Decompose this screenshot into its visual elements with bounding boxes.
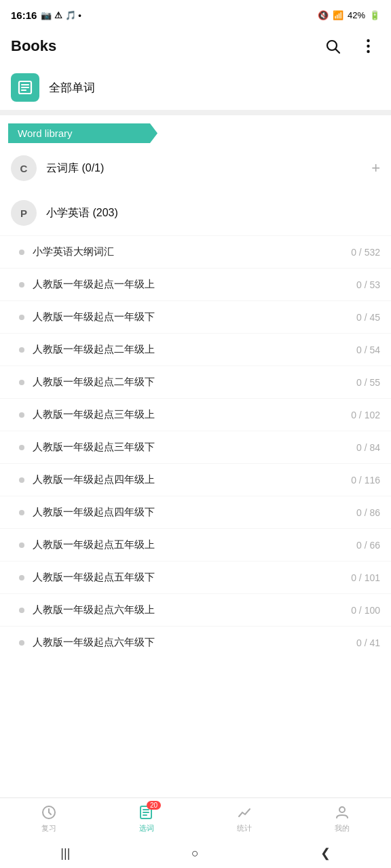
sub-item-label: 人教版一年级起点四年级上 <box>33 473 155 486</box>
cloud-row[interactable]: C 云词库 (0/1) + <box>0 146 391 191</box>
sub-item-dot <box>19 347 24 353</box>
sub-item-left: 人教版一年级起点四年级上 <box>19 473 155 486</box>
sub-item-left: 人教版一年级起点一年级上 <box>19 278 155 291</box>
sub-item-count: 0 / 55 <box>356 377 380 388</box>
all-words-icon <box>11 73 39 102</box>
sub-item[interactable]: 人教版一年级起点一年级上 0 / 53 <box>0 268 391 300</box>
svg-point-2 <box>367 39 369 42</box>
sub-item-count: 0 / 66 <box>356 540 380 551</box>
mute-icon: 🔇 <box>318 10 329 20</box>
sub-item[interactable]: 人教版一年级起点四年级上 0 / 116 <box>0 463 391 496</box>
sub-item-label: 人教版一年级起点二年级上 <box>33 343 155 356</box>
status-time: 16:16 📷 ⚠ 🎵 • <box>11 9 81 21</box>
nav-stats[interactable]: 统计 <box>236 804 253 833</box>
sub-item[interactable]: 人教版一年级起点三年级上 0 / 102 <box>0 398 391 431</box>
nav-mine[interactable]: 我的 <box>333 804 351 833</box>
sub-item-label: 人教版一年级起点五年级上 <box>33 538 155 551</box>
sub-item[interactable]: 人教版一年级起点二年级下 0 / 55 <box>0 366 391 398</box>
elementary-row[interactable]: P 小学英语 (203) <box>0 191 391 235</box>
sub-item-count: 0 / 84 <box>356 442 380 453</box>
back-button[interactable]: ❮ <box>320 846 331 861</box>
battery-icon: 🔋 <box>369 10 380 20</box>
sub-item-count: 0 / 41 <box>356 637 380 648</box>
sub-item-left: 小学英语大纲词汇 <box>19 245 114 258</box>
sub-item-count: 0 / 102 <box>351 410 380 420</box>
sub-item-dot <box>19 445 24 450</box>
sub-item[interactable]: 人教版一年级起点五年级上 0 / 66 <box>0 528 391 561</box>
cloud-icon: C <box>11 155 37 181</box>
sub-item-count: 0 / 532 <box>351 247 380 258</box>
stats-label: 统计 <box>237 823 252 833</box>
more-button[interactable] <box>356 34 380 58</box>
sub-item-label: 人教版一年级起点六年级下 <box>33 636 155 649</box>
sub-item-label: 人教版一年级起点三年级上 <box>33 408 155 421</box>
select-words-badge: 20 <box>147 801 161 810</box>
add-cloud-button[interactable]: + <box>371 159 380 177</box>
svg-line-1 <box>336 50 340 54</box>
sub-item-label: 人教版一年级起点三年级下 <box>33 441 155 454</box>
nav-review[interactable]: 复习 <box>40 804 58 833</box>
sub-item-count: 0 / 45 <box>356 312 380 323</box>
mine-label: 我的 <box>335 823 350 833</box>
stats-icon <box>236 804 253 821</box>
sub-item[interactable]: 人教版一年级起点一年级下 0 / 45 <box>0 300 391 333</box>
sub-item-label: 人教版一年级起点六年级上 <box>33 604 155 616</box>
sub-item-dot <box>19 608 24 613</box>
sub-item[interactable]: 人教版一年级起点五年级下 0 / 101 <box>0 561 391 593</box>
sub-item-count: 0 / 54 <box>356 344 380 355</box>
sub-item[interactable]: 人教版一年级起点六年级上 0 / 100 <box>0 593 391 626</box>
sub-item-label: 人教版一年级起点五年级下 <box>33 571 155 584</box>
sub-item-left: 人教版一年级起点五年级下 <box>19 571 155 584</box>
review-label: 复习 <box>41 823 56 833</box>
elementary-label: 小学英语 (203) <box>46 206 118 220</box>
sub-item-left: 人教版一年级起点三年级上 <box>19 408 155 421</box>
sub-item-dot <box>19 640 24 646</box>
word-library-banner: Word library <box>8 123 157 143</box>
system-nav-bar: ||| ○ ❮ <box>0 838 391 868</box>
sub-item[interactable]: 人教版一年级起点三年级下 0 / 84 <box>0 431 391 463</box>
sub-item-left: 人教版一年级起点六年级上 <box>19 604 155 616</box>
content-scroll[interactable]: 全部单词 Word library C 云词库 (0/1) + P 小学英语 (… <box>0 65 391 868</box>
banner-wrapper: Word library <box>0 115 391 146</box>
recent-apps-button[interactable]: ||| <box>60 846 70 861</box>
sub-item[interactable]: 人教版一年级起点二年级上 0 / 54 <box>0 333 391 366</box>
cloud-label: 云词库 (0/1) <box>46 161 104 176</box>
sub-item-count: 0 / 101 <box>351 572 380 583</box>
sub-item[interactable]: 小学英语大纲词汇 0 / 532 <box>0 235 391 268</box>
sub-item-left: 人教版一年级起点二年级下 <box>19 376 155 389</box>
elementary-icon: P <box>11 200 37 226</box>
sub-item-dot <box>19 575 24 580</box>
sub-item[interactable]: 人教版一年级起点六年级下 0 / 41 <box>0 626 391 658</box>
home-button[interactable]: ○ <box>191 846 199 861</box>
bottom-nav: 复习 20 选词 统计 我的 <box>0 797 391 838</box>
sub-item-label: 人教版一年级起点四年级下 <box>33 506 155 519</box>
select-words-label: 选词 <box>139 823 154 833</box>
mine-icon <box>333 804 351 821</box>
svg-point-4 <box>367 50 369 53</box>
sub-item-label: 小学英语大纲词汇 <box>33 245 114 258</box>
review-icon <box>40 804 58 821</box>
section-divider <box>0 110 391 115</box>
sub-item-dot <box>19 542 24 548</box>
cloud-section: C 云词库 (0/1) + P 小学英语 (203) 小学英语大纲词汇 0 / … <box>0 146 391 658</box>
sub-item-label: 人教版一年级起点一年级下 <box>33 311 155 323</box>
nav-select-words[interactable]: 20 选词 <box>138 804 155 833</box>
sub-items-list: 小学英语大纲词汇 0 / 532 人教版一年级起点一年级上 0 / 53 人教版… <box>0 235 391 658</box>
sub-item-left: 人教版一年级起点二年级上 <box>19 343 155 356</box>
search-button[interactable] <box>320 34 345 58</box>
wifi-icon: 📶 <box>333 10 343 20</box>
battery-text: 42% <box>348 10 365 20</box>
sub-item-dot <box>19 477 24 483</box>
sub-item-dot <box>19 250 24 255</box>
sub-item[interactable]: 人教版一年级起点四年级下 0 / 86 <box>0 496 391 528</box>
status-right: 🔇 📶 42% 🔋 <box>318 10 380 20</box>
sub-item-count: 0 / 100 <box>351 605 380 616</box>
sub-item-count: 0 / 53 <box>356 279 380 290</box>
time-text: 16:16 <box>11 9 37 21</box>
sub-item-dot <box>19 315 24 320</box>
all-words-row[interactable]: 全部单词 <box>0 65 391 110</box>
cloud-row-left: C 云词库 (0/1) <box>11 155 104 181</box>
sub-item-left: 人教版一年级起点一年级下 <box>19 311 155 323</box>
app-bar-actions <box>320 34 380 58</box>
svg-point-14 <box>339 807 345 812</box>
